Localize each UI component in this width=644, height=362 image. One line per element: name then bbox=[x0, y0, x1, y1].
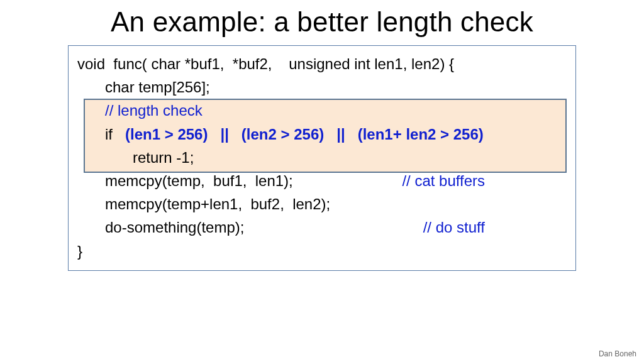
attribution: Dan Boneh bbox=[599, 349, 636, 358]
if-condition: (len1 > 256) || (len2 > 256) || (len1+ l… bbox=[125, 126, 484, 143]
memcpy-1: memcpy(temp, buf1, len1); bbox=[105, 169, 293, 192]
code-line-2: char temp[256]; bbox=[77, 75, 567, 99]
code-box: void func( char *buf1, *buf2, unsigned i… bbox=[68, 45, 576, 271]
code-line-7: memcpy(temp+len1, buf2, len2); bbox=[77, 192, 567, 216]
code-line-8: do-something(temp); // do stuff bbox=[77, 216, 567, 239]
if-keyword: if bbox=[105, 126, 125, 143]
code-line-1: void func( char *buf1, *buf2, unsigned i… bbox=[77, 52, 567, 75]
code-line-5: return -1; bbox=[77, 146, 567, 169]
comment-do-stuff: // do stuff bbox=[423, 216, 567, 239]
do-something: do-something(temp); bbox=[105, 216, 244, 239]
code-line-9: } bbox=[77, 239, 567, 263]
code-content: void func( char *buf1, *buf2, unsigned i… bbox=[77, 52, 567, 263]
comment-cat-buffers: // cat buffers bbox=[402, 169, 567, 192]
slide-title: An example: a better length check bbox=[0, 6, 644, 38]
code-line-4: if (len1 > 256) || (len2 > 256) || (len1… bbox=[77, 123, 567, 146]
code-line-6: memcpy(temp, buf1, len1); // cat buffers bbox=[77, 169, 567, 192]
code-line-3: // length check bbox=[77, 99, 567, 122]
